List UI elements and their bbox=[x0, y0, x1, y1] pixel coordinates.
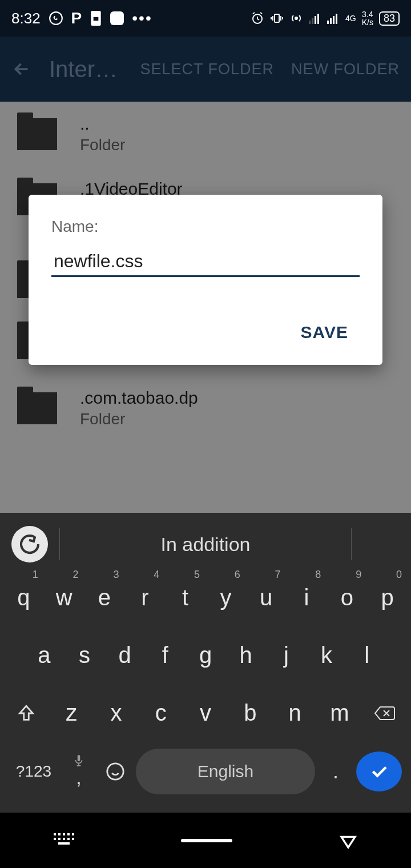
key-row-3: z x c v b n m bbox=[3, 691, 408, 735]
key-p[interactable]: 0p bbox=[367, 576, 408, 620]
svg-rect-24 bbox=[67, 838, 70, 840]
vibrate-icon bbox=[270, 11, 284, 25]
key-f[interactable]: f bbox=[145, 633, 186, 677]
key-t[interactable]: 5t bbox=[165, 576, 206, 620]
folder-icon bbox=[17, 392, 57, 424]
key-a[interactable]: a bbox=[24, 633, 65, 677]
svg-rect-7 bbox=[312, 18, 313, 24]
page-title: Intern… bbox=[49, 57, 123, 82]
svg-point-0 bbox=[50, 12, 62, 25]
key-d[interactable]: d bbox=[104, 633, 145, 677]
spacebar[interactable]: English bbox=[136, 749, 315, 794]
key-v[interactable]: v bbox=[183, 691, 228, 735]
svg-rect-9 bbox=[317, 14, 319, 24]
svg-rect-12 bbox=[333, 16, 335, 24]
svg-rect-8 bbox=[315, 16, 316, 24]
key-h[interactable]: h bbox=[225, 633, 266, 677]
key-z[interactable]: z bbox=[49, 691, 94, 735]
key-n[interactable]: n bbox=[272, 691, 317, 735]
list-item[interactable]: .com.taobao.dp Folder bbox=[0, 376, 411, 441]
shift-key[interactable] bbox=[3, 691, 49, 735]
symbols-key[interactable]: ?123 bbox=[9, 749, 58, 794]
status-bar: 8:32 P ••• 4G 3.4 K/s bbox=[0, 0, 411, 37]
signal-1-icon bbox=[309, 13, 321, 24]
svg-rect-10 bbox=[327, 21, 329, 24]
suggestion-bar: In addition bbox=[0, 513, 411, 576]
grammarly-icon[interactable] bbox=[11, 526, 48, 562]
back-button[interactable] bbox=[11, 59, 32, 79]
svg-rect-17 bbox=[58, 833, 61, 835]
network-type-label: 4G bbox=[345, 14, 356, 22]
back-nav-icon[interactable] bbox=[339, 831, 357, 850]
svg-rect-23 bbox=[63, 838, 65, 840]
select-folder-button[interactable]: SELECT FOLDER bbox=[140, 61, 274, 78]
svg-rect-21 bbox=[54, 838, 56, 840]
key-b[interactable]: b bbox=[228, 691, 272, 735]
svg-rect-6 bbox=[309, 21, 311, 24]
mic-icon bbox=[74, 755, 83, 766]
key-r[interactable]: 4r bbox=[124, 576, 165, 620]
svg-rect-2 bbox=[94, 17, 99, 21]
list-item[interactable]: .. Folder bbox=[0, 102, 411, 167]
svg-rect-14 bbox=[78, 755, 80, 761]
backspace-key[interactable] bbox=[362, 691, 408, 735]
name-dialog: Name: SAVE bbox=[29, 195, 382, 365]
filename-input[interactable] bbox=[51, 247, 360, 277]
key-u[interactable]: 7u bbox=[246, 576, 287, 620]
key-row-2: a s d f g h j k l bbox=[3, 633, 408, 677]
period-key[interactable]: . bbox=[320, 749, 352, 794]
network-speed-label: 3.4 K/s bbox=[362, 10, 373, 26]
key-x[interactable]: x bbox=[94, 691, 138, 735]
folder-type: Folder bbox=[80, 410, 198, 428]
key-y[interactable]: 6y bbox=[206, 576, 246, 620]
svg-point-15 bbox=[107, 763, 123, 779]
svg-rect-25 bbox=[72, 838, 74, 840]
key-q[interactable]: 1q bbox=[3, 576, 44, 620]
key-row-1: 1q 2w 3e 4r 5t 6y 7u 8i 9o 0p bbox=[3, 576, 408, 620]
p-icon: P bbox=[71, 9, 82, 27]
svg-rect-26 bbox=[58, 842, 70, 845]
key-s[interactable]: s bbox=[65, 633, 105, 677]
notification-icon bbox=[90, 11, 102, 26]
signal-2-icon bbox=[327, 13, 340, 24]
home-button[interactable] bbox=[181, 839, 232, 842]
folder-name: .com.taobao.dp bbox=[80, 388, 198, 408]
svg-rect-4 bbox=[275, 14, 279, 22]
key-i[interactable]: 8i bbox=[287, 576, 327, 620]
key-c[interactable]: c bbox=[139, 691, 183, 735]
navigation-bar bbox=[0, 813, 411, 868]
keyboard-switch-icon[interactable] bbox=[54, 833, 74, 848]
more-notifications-icon: ••• bbox=[132, 9, 152, 27]
emoji-key[interactable] bbox=[99, 749, 131, 794]
folder-name: .. bbox=[80, 114, 125, 134]
app-icon bbox=[110, 11, 124, 25]
key-w[interactable]: 2w bbox=[44, 576, 84, 620]
alarm-icon bbox=[251, 11, 264, 25]
key-e[interactable]: 3e bbox=[84, 576, 125, 620]
status-time: 8:32 bbox=[11, 10, 41, 27]
suggestion-text[interactable]: In addition bbox=[59, 528, 352, 560]
svg-rect-11 bbox=[330, 18, 332, 24]
key-l[interactable]: l bbox=[346, 633, 387, 677]
key-o[interactable]: 9o bbox=[327, 576, 367, 620]
save-button[interactable]: SAVE bbox=[289, 317, 360, 348]
hotspot-icon bbox=[289, 11, 303, 25]
key-j[interactable]: j bbox=[266, 633, 307, 677]
key-k[interactable]: k bbox=[307, 633, 347, 677]
svg-rect-13 bbox=[336, 14, 337, 24]
new-folder-button[interactable]: NEW FOLDER bbox=[291, 61, 400, 78]
folder-type: Folder bbox=[80, 136, 125, 154]
comma-key[interactable]: , bbox=[63, 749, 95, 794]
keyboard: In addition 1q 2w 3e 4r 5t 6y 7u 8i 9o 0… bbox=[0, 513, 411, 813]
svg-rect-22 bbox=[58, 838, 61, 840]
battery-indicator: 83 bbox=[379, 11, 400, 26]
svg-rect-19 bbox=[67, 833, 70, 835]
enter-key[interactable] bbox=[356, 752, 402, 791]
svg-point-5 bbox=[295, 17, 297, 19]
app-bar: Intern… SELECT FOLDER NEW FOLDER bbox=[0, 37, 411, 102]
key-g[interactable]: g bbox=[186, 633, 226, 677]
svg-rect-16 bbox=[54, 833, 56, 835]
key-m[interactable]: m bbox=[317, 691, 362, 735]
svg-rect-20 bbox=[72, 833, 74, 835]
svg-rect-18 bbox=[63, 833, 65, 835]
